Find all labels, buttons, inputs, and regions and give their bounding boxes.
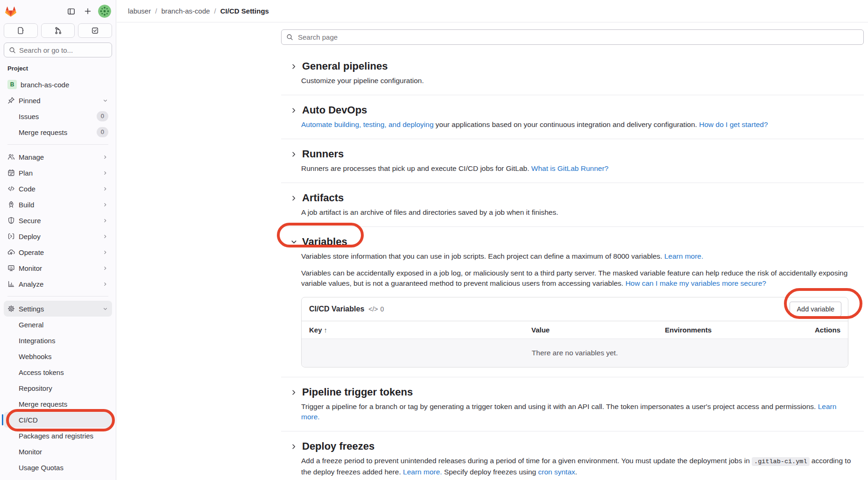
sidebar-item-code[interactable]: Code: [4, 181, 112, 197]
sidebar-item-settings[interactable]: Settings: [4, 301, 112, 317]
breadcrumb-separator: /: [155, 7, 157, 15]
section-description: Trigger a pipeline for a branch or tag b…: [301, 402, 857, 422]
sidebar-item-secure[interactable]: Secure: [4, 212, 112, 228]
sidebar-toggle-icon[interactable]: [64, 5, 78, 18]
section-auto-devops: Auto DevOps Automate building, testing, …: [281, 95, 864, 139]
sidebar-item-label: Code: [19, 185, 102, 193]
sidebar-divider: [7, 296, 108, 296]
sidebar-item-monitor[interactable]: Monitor: [4, 260, 112, 276]
section-runners: Runners Runners are processes that pick …: [281, 139, 864, 183]
description-text: Specify deploy freezes using: [442, 468, 538, 476]
breadcrumb-separator: /: [214, 7, 216, 15]
page-search-input[interactable]: [297, 33, 859, 42]
sidebar-item-settings-webhooks[interactable]: Webhooks: [4, 348, 112, 364]
sidebar-item-settings-integrations[interactable]: Integrations: [4, 332, 112, 348]
sidebar-nav: Project B branch-as-code Pinned Issues 0…: [0, 57, 116, 475]
chevron-right-icon[interactable]: [289, 194, 298, 202]
sidebar-item-label: Secure: [19, 217, 102, 225]
sidebar-item-merge-requests-pinned[interactable]: Merge requests 0: [4, 124, 112, 140]
sidebar-item-label: Packages and registries: [19, 432, 108, 440]
chevron-right-icon[interactable]: [289, 442, 298, 451]
sidebar-item-settings-general[interactable]: General: [4, 317, 112, 332]
sidebar-item-plan[interactable]: Plan: [4, 165, 112, 181]
chevron-right-icon[interactable]: [289, 150, 298, 158]
cron-syntax-link[interactable]: cron syntax: [538, 468, 575, 476]
learn-more-link[interactable]: Learn more.: [403, 468, 442, 476]
sidebar-item-issues[interactable]: Issues 0: [4, 108, 112, 124]
sidebar-item-settings-access-tokens[interactable]: Access tokens: [4, 364, 112, 380]
sidebar-item-settings-merge-requests[interactable]: Merge requests: [4, 396, 112, 412]
sidebar-item-settings-packages-and-registries[interactable]: Packages and registries: [4, 428, 112, 444]
column-header-key[interactable]: Key↑: [309, 326, 531, 334]
sidebar-item-label: Deploy: [19, 233, 102, 240]
sidebar-item-manage[interactable]: Manage: [4, 149, 112, 165]
sidebar-item-project[interactable]: B branch-as-code: [4, 77, 112, 92]
sidebar-item-deploy[interactable]: Deploy: [4, 228, 112, 244]
description-text: Runners are processes that pick up and e…: [301, 164, 531, 172]
section-description: A job artifact is an archive of files an…: [301, 207, 857, 218]
sidebar-item-settings-cicd[interactable]: CI/CD: [4, 412, 112, 428]
sidebar-search-input[interactable]: Search or go to...: [4, 42, 112, 57]
gitlab-logo-icon[interactable]: [5, 6, 17, 17]
sidebar-item-label: Webhooks: [19, 353, 108, 360]
description-text: .: [575, 468, 577, 476]
sidebar-item-label: Monitor: [19, 448, 108, 456]
breadcrumb-item-project[interactable]: branch-as-code: [161, 7, 210, 15]
code-icon: </>: [368, 305, 378, 313]
variables-secure-link[interactable]: How can I make my variables more secure?: [625, 279, 766, 287]
page-search-box[interactable]: [281, 29, 864, 45]
what-is-gitlab-runner-link[interactable]: What is GitLab Runner?: [531, 164, 608, 172]
sidebar-item-label: Issues: [19, 113, 97, 120]
how-do-i-get-started-link[interactable]: How do I get started?: [699, 120, 768, 128]
add-variable-button[interactable]: Add variable: [790, 302, 841, 317]
search-icon: [286, 34, 293, 41]
sidebar-item-settings-usage-quotas[interactable]: Usage Quotas: [4, 459, 112, 475]
variables-count: </> 0: [368, 305, 384, 313]
sidebar-item-build[interactable]: Build: [4, 197, 112, 212]
chevron-right-icon[interactable]: [289, 62, 298, 71]
chevron-right-icon[interactable]: [289, 106, 298, 114]
chevron-down-icon: [102, 98, 108, 104]
sidebar-item-label: Merge requests: [19, 400, 108, 408]
merge-requests-shortcut-button[interactable]: [41, 23, 75, 38]
sidebar-item-label: Pinned: [19, 97, 102, 105]
sidebar-item-analyze[interactable]: Analyze: [4, 276, 112, 292]
sidebar-item-label: Analyze: [19, 280, 102, 288]
breadcrumb-item-labuser[interactable]: labuser: [128, 7, 151, 15]
user-avatar[interactable]: [98, 5, 111, 18]
chevron-right-icon: [102, 233, 108, 240]
sidebar-item-operate[interactable]: Operate: [4, 244, 112, 260]
sidebar-item-label: Plan: [19, 169, 102, 177]
sidebar-item-pinned[interactable]: Pinned: [4, 92, 112, 108]
issues-shortcut-button[interactable]: [4, 23, 38, 38]
cicd-variables-card: CI/CD Variables </> 0 Add variable Key↑ …: [301, 297, 848, 367]
issues-count-badge: 0: [97, 111, 108, 121]
sidebar-item-label: Operate: [19, 248, 102, 256]
plus-icon[interactable]: [81, 5, 94, 18]
sidebar-item-label: CI/CD: [19, 416, 108, 424]
variables-empty-state: There are no variables yet.: [302, 339, 848, 367]
sidebar-item-settings-monitor[interactable]: Monitor: [4, 444, 112, 459]
cloud-gear-icon: [7, 248, 15, 256]
section-variables: Variables Variables store information th…: [281, 227, 864, 377]
main-header: labuser / branch-as-code / CI/CD Setting…: [117, 0, 868, 22]
auto-devops-link[interactable]: Automate building, testing, and deployin…: [301, 120, 434, 128]
variables-description-2: Variables can be accidentally exposed in…: [301, 268, 857, 289]
sidebar-item-label: Manage: [19, 153, 102, 161]
description-text: Trigger a pipeline for a branch or tag b…: [301, 402, 818, 410]
todos-shortcut-button[interactable]: [78, 23, 112, 38]
cicd-variables-card-header: CI/CD Variables </> 0 Add variable: [302, 297, 848, 321]
calendar-icon: [7, 169, 15, 176]
chevron-down-icon[interactable]: [289, 238, 298, 246]
learn-more-link[interactable]: Learn more.: [664, 252, 704, 260]
section-title: Pipeline trigger tokens: [302, 386, 413, 399]
sidebar-item-settings-repository[interactable]: Repository: [4, 380, 112, 396]
sidebar-item-label: Integrations: [19, 337, 108, 345]
rocket-icon: [7, 201, 15, 208]
section-title: Artifacts: [302, 191, 344, 205]
column-header-value: Value: [531, 326, 665, 334]
sidebar-item-label: Build: [19, 201, 102, 209]
pin-icon: [7, 97, 15, 104]
chevron-right-icon[interactable]: [289, 388, 298, 396]
merge-requests-count-badge: 0: [97, 127, 108, 137]
